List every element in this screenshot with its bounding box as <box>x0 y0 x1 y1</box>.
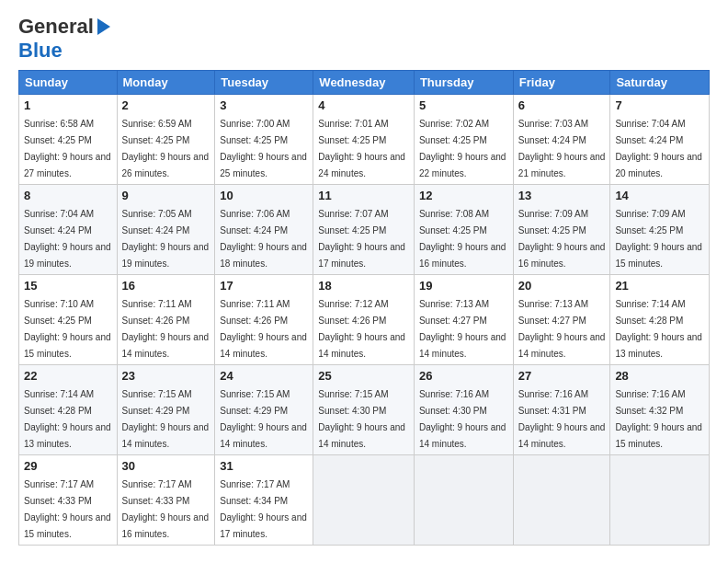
table-row: 16 Sunrise: 7:11 AM Sunset: 4:26 PM Dayl… <box>117 275 215 365</box>
table-row: 19 Sunrise: 7:13 AM Sunset: 4:27 PM Dayl… <box>414 275 513 365</box>
day-info: Sunrise: 6:58 AM Sunset: 4:25 PM Dayligh… <box>24 119 111 178</box>
table-row: 7 Sunrise: 7:04 AM Sunset: 4:24 PM Dayli… <box>610 95 710 185</box>
table-row: 3 Sunrise: 7:00 AM Sunset: 4:25 PM Dayli… <box>215 95 313 185</box>
day-info: Sunrise: 7:16 AM Sunset: 4:30 PM Dayligh… <box>419 389 506 449</box>
day-info: Sunrise: 7:17 AM Sunset: 4:34 PM Dayligh… <box>220 479 307 539</box>
day-number: 16 <box>122 279 210 293</box>
day-info: Sunrise: 7:13 AM Sunset: 4:27 PM Dayligh… <box>518 299 606 359</box>
table-row: 5 Sunrise: 7:02 AM Sunset: 4:25 PM Dayli… <box>414 95 513 185</box>
header: General Blue <box>18 15 710 63</box>
table-row <box>414 455 513 546</box>
table-row: 2 Sunrise: 6:59 AM Sunset: 4:25 PM Dayli… <box>117 95 215 185</box>
calendar-week-row: 8 Sunrise: 7:04 AM Sunset: 4:24 PM Dayli… <box>19 185 710 275</box>
logo: General Blue <box>18 15 112 63</box>
day-info: Sunrise: 7:12 AM Sunset: 4:26 PM Dayligh… <box>318 299 405 359</box>
day-number: 4 <box>318 98 409 112</box>
calendar-week-row: 22 Sunrise: 7:14 AM Sunset: 4:28 PM Dayl… <box>19 365 710 455</box>
day-number: 9 <box>122 189 210 202</box>
day-number: 3 <box>220 98 308 112</box>
calendar-page: General Blue Sunday Monday Tuesday Wedne… <box>0 0 728 555</box>
day-info: Sunrise: 7:03 AM Sunset: 4:24 PM Dayligh… <box>518 119 606 178</box>
day-number: 18 <box>318 279 409 293</box>
day-number: 31 <box>220 459 308 473</box>
day-number: 23 <box>122 369 210 383</box>
table-row: 20 Sunrise: 7:13 AM Sunset: 4:27 PM Dayl… <box>513 275 610 365</box>
day-info: Sunrise: 6:59 AM Sunset: 4:25 PM Dayligh… <box>122 119 210 178</box>
day-info: Sunrise: 7:04 AM Sunset: 4:24 PM Dayligh… <box>24 209 111 269</box>
table-row: 30 Sunrise: 7:17 AM Sunset: 4:33 PM Dayl… <box>117 455 215 546</box>
col-tuesday: Tuesday <box>215 71 313 95</box>
day-number: 27 <box>518 369 606 383</box>
day-number: 22 <box>24 369 112 383</box>
day-number: 7 <box>615 98 704 112</box>
table-row: 1 Sunrise: 6:58 AM Sunset: 4:25 PM Dayli… <box>19 95 118 185</box>
table-row: 15 Sunrise: 7:10 AM Sunset: 4:25 PM Dayl… <box>19 275 118 365</box>
table-row: 27 Sunrise: 7:16 AM Sunset: 4:31 PM Dayl… <box>513 365 610 455</box>
day-info: Sunrise: 7:07 AM Sunset: 4:25 PM Dayligh… <box>318 209 405 269</box>
logo-blue: Blue <box>18 39 63 62</box>
day-number: 24 <box>220 369 308 383</box>
table-row: 11 Sunrise: 7:07 AM Sunset: 4:25 PM Dayl… <box>313 185 415 275</box>
day-info: Sunrise: 7:08 AM Sunset: 4:25 PM Dayligh… <box>419 209 506 269</box>
day-info: Sunrise: 7:00 AM Sunset: 4:25 PM Dayligh… <box>220 119 307 178</box>
day-number: 15 <box>24 279 112 293</box>
day-number: 29 <box>24 459 112 473</box>
day-info: Sunrise: 7:09 AM Sunset: 4:25 PM Dayligh… <box>615 209 702 269</box>
day-number: 19 <box>419 279 508 293</box>
col-sunday: Sunday <box>19 71 118 95</box>
day-number: 12 <box>419 189 508 202</box>
table-row: 26 Sunrise: 7:16 AM Sunset: 4:30 PM Dayl… <box>414 365 513 455</box>
table-row: 9 Sunrise: 7:05 AM Sunset: 4:24 PM Dayli… <box>117 185 215 275</box>
calendar-table: Sunday Monday Tuesday Wednesday Thursday… <box>18 70 710 546</box>
day-info: Sunrise: 7:01 AM Sunset: 4:25 PM Dayligh… <box>318 119 405 178</box>
day-info: Sunrise: 7:11 AM Sunset: 4:26 PM Dayligh… <box>220 299 307 359</box>
day-info: Sunrise: 7:14 AM Sunset: 4:28 PM Dayligh… <box>24 389 111 449</box>
table-row: 12 Sunrise: 7:08 AM Sunset: 4:25 PM Dayl… <box>414 185 513 275</box>
table-row: 13 Sunrise: 7:09 AM Sunset: 4:25 PM Dayl… <box>513 185 610 275</box>
table-row: 28 Sunrise: 7:16 AM Sunset: 4:32 PM Dayl… <box>610 365 710 455</box>
col-saturday: Saturday <box>610 71 710 95</box>
day-info: Sunrise: 7:10 AM Sunset: 4:25 PM Dayligh… <box>24 299 111 359</box>
day-number: 2 <box>122 98 210 112</box>
calendar-week-row: 1 Sunrise: 6:58 AM Sunset: 4:25 PM Dayli… <box>19 95 710 185</box>
day-number: 14 <box>615 189 704 202</box>
day-number: 28 <box>615 369 704 383</box>
day-number: 20 <box>518 279 606 293</box>
day-info: Sunrise: 7:17 AM Sunset: 4:33 PM Dayligh… <box>24 479 111 539</box>
table-row: 21 Sunrise: 7:14 AM Sunset: 4:28 PM Dayl… <box>610 275 710 365</box>
day-info: Sunrise: 7:06 AM Sunset: 4:24 PM Dayligh… <box>220 209 307 269</box>
calendar-header-row: Sunday Monday Tuesday Wednesday Thursday… <box>19 71 710 95</box>
day-info: Sunrise: 7:09 AM Sunset: 4:25 PM Dayligh… <box>518 209 606 269</box>
day-info: Sunrise: 7:04 AM Sunset: 4:24 PM Dayligh… <box>615 119 702 178</box>
day-number: 8 <box>24 189 112 202</box>
day-info: Sunrise: 7:11 AM Sunset: 4:26 PM Dayligh… <box>122 299 210 359</box>
col-friday: Friday <box>513 71 610 95</box>
table-row: 4 Sunrise: 7:01 AM Sunset: 4:25 PM Dayli… <box>313 95 415 185</box>
day-info: Sunrise: 7:17 AM Sunset: 4:33 PM Dayligh… <box>122 479 210 539</box>
day-number: 30 <box>122 459 210 473</box>
table-row: 22 Sunrise: 7:14 AM Sunset: 4:28 PM Dayl… <box>19 365 118 455</box>
table-row: 31 Sunrise: 7:17 AM Sunset: 4:34 PM Dayl… <box>215 455 313 546</box>
table-row: 6 Sunrise: 7:03 AM Sunset: 4:24 PM Dayli… <box>513 95 610 185</box>
day-info: Sunrise: 7:16 AM Sunset: 4:32 PM Dayligh… <box>615 389 702 449</box>
day-number: 5 <box>419 98 508 112</box>
day-number: 25 <box>318 369 409 383</box>
day-number: 13 <box>518 189 606 202</box>
day-number: 11 <box>318 189 409 202</box>
day-info: Sunrise: 7:14 AM Sunset: 4:28 PM Dayligh… <box>615 299 702 359</box>
day-info: Sunrise: 7:02 AM Sunset: 4:25 PM Dayligh… <box>419 119 506 178</box>
day-info: Sunrise: 7:13 AM Sunset: 4:27 PM Dayligh… <box>419 299 506 359</box>
day-number: 26 <box>419 369 508 383</box>
day-info: Sunrise: 7:05 AM Sunset: 4:24 PM Dayligh… <box>122 209 210 269</box>
table-row: 24 Sunrise: 7:15 AM Sunset: 4:29 PM Dayl… <box>215 365 313 455</box>
calendar-week-row: 15 Sunrise: 7:10 AM Sunset: 4:25 PM Dayl… <box>19 275 710 365</box>
table-row <box>513 455 610 546</box>
col-wednesday: Wednesday <box>313 71 415 95</box>
table-row: 25 Sunrise: 7:15 AM Sunset: 4:30 PM Dayl… <box>313 365 415 455</box>
table-row: 18 Sunrise: 7:12 AM Sunset: 4:26 PM Dayl… <box>313 275 415 365</box>
logo-general: General <box>18 15 94 39</box>
table-row: 29 Sunrise: 7:17 AM Sunset: 4:33 PM Dayl… <box>19 455 118 546</box>
col-thursday: Thursday <box>414 71 513 95</box>
day-info: Sunrise: 7:16 AM Sunset: 4:31 PM Dayligh… <box>518 389 606 449</box>
day-number: 6 <box>518 98 606 112</box>
